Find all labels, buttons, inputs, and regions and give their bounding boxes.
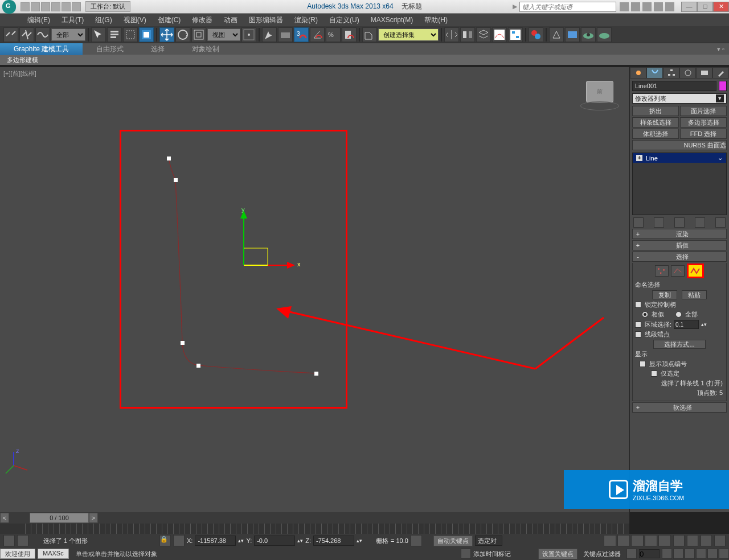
btn-extrude[interactable]: 挤出: [632, 106, 679, 116]
maximize-viewport-icon[interactable]: [719, 549, 729, 559]
welcome-box[interactable]: 欢迎使用: [0, 549, 35, 559]
open-icon[interactable]: [31, 2, 40, 11]
close-button[interactable]: ✕: [713, 2, 729, 12]
time-slider-handle[interactable]: 0 / 100: [30, 513, 89, 523]
menu-edit[interactable]: 编辑(E): [22, 14, 56, 26]
key-filters-button[interactable]: 关键点过滤器: [580, 549, 624, 559]
next-frame-icon[interactable]: [645, 535, 657, 546]
selection-filter[interactable]: 全部: [51, 28, 85, 41]
show-end-result-icon[interactable]: [654, 217, 664, 228]
menu-maxscript[interactable]: MAXScript(M): [365, 15, 419, 25]
setkey-button[interactable]: 设置关键点: [538, 549, 578, 559]
favorites-icon[interactable]: [654, 2, 663, 11]
remove-modifier-icon[interactable]: [695, 217, 705, 228]
modifier-list-dropdown[interactable]: 修改器列表▾: [632, 93, 727, 104]
selection-region-icon[interactable]: [123, 27, 138, 42]
btn-nurbs-select[interactable]: NURBS 曲面选: [632, 140, 727, 150]
make-unique-icon[interactable]: [674, 217, 685, 228]
tab-motion[interactable]: [679, 67, 696, 79]
coord-y-field[interactable]: [254, 536, 295, 546]
spline-vertex[interactable]: [196, 364, 200, 368]
so-segment-icon[interactable]: [671, 265, 685, 277]
absolute-relative-icon[interactable]: 🔒: [159, 535, 171, 546]
tab-hierarchy[interactable]: [663, 67, 679, 79]
exchange-icon[interactable]: [642, 2, 652, 11]
btn-poly-select[interactable]: 多边形选择: [680, 117, 727, 127]
rollout-softsel-header[interactable]: +软选择: [632, 402, 727, 413]
named-selection-sets[interactable]: 创建选择集: [378, 28, 439, 41]
area-select-spinner[interactable]: [674, 320, 699, 329]
btn-ffd-select[interactable]: FFD 选择: [680, 129, 727, 139]
material-editor-icon[interactable]: [529, 27, 543, 42]
autokey-button[interactable]: 自动关键点: [433, 536, 473, 546]
rollout-select-header[interactable]: -选择: [632, 252, 727, 262]
unlink-icon[interactable]: [19, 27, 34, 42]
menu-tools[interactable]: 工具(T): [56, 14, 89, 26]
percent-snap-icon[interactable]: %: [326, 27, 341, 42]
grid-settings-icon[interactable]: [411, 535, 422, 546]
snap-toggle-icon[interactable]: 3: [294, 27, 309, 42]
ref-coord-system[interactable]: 视图: [207, 28, 240, 41]
maximize-button[interactable]: □: [697, 2, 713, 12]
viewport-area[interactable]: [+][前][线框] 前 x y z: [0, 67, 629, 512]
rotate-icon[interactable]: [175, 27, 190, 42]
ribbon-tab-graphite[interactable]: Graphite 建模工具: [0, 43, 83, 55]
select-object-icon[interactable]: [91, 27, 106, 42]
maxscript-listener-box[interactable]: MAXSc: [38, 549, 69, 559]
selected-only-checkbox[interactable]: [651, 370, 657, 377]
play-icon[interactable]: [631, 535, 644, 546]
rollout-render-header[interactable]: +渲染: [632, 229, 727, 239]
ribbon-tab-selection[interactable]: 选择: [137, 43, 178, 55]
segment-end-checkbox[interactable]: [635, 331, 641, 337]
selected-sel-set-field[interactable]: [475, 536, 502, 546]
goto-start-icon[interactable]: [604, 535, 616, 546]
curve-editor-icon[interactable]: [492, 27, 507, 42]
menu-graph-editors[interactable]: 图形编辑器: [243, 14, 289, 26]
pan-icon[interactable]: [696, 549, 706, 559]
render-production-icon[interactable]: [581, 27, 596, 42]
project-icon[interactable]: [72, 2, 81, 11]
modifier-stack[interactable]: + Line ⌄: [632, 153, 727, 215]
lock-selection-icon[interactable]: [3, 535, 15, 546]
isolate-icon[interactable]: [17, 535, 28, 546]
so-spline-icon[interactable]: [687, 263, 704, 278]
app-menu-button[interactable]: [2, 0, 16, 14]
viewport-nav-icon[interactable]: [673, 535, 685, 546]
show-vertex-numbers-checkbox[interactable]: [640, 361, 646, 367]
align-icon[interactable]: [460, 27, 475, 42]
layers-icon[interactable]: [476, 27, 491, 42]
time-tag-icon[interactable]: [461, 549, 471, 559]
subscription-icon[interactable]: [631, 2, 640, 11]
menu-animation[interactable]: 动画: [218, 14, 243, 26]
search-icon[interactable]: [620, 2, 629, 11]
spline-vertex[interactable]: [174, 178, 178, 182]
viewport-nav-icon[interactable]: [701, 535, 712, 546]
select-by-button[interactable]: 选择方式...: [653, 340, 705, 349]
ribbon-collapse-icon[interactable]: ▾ ▫: [712, 46, 729, 53]
time-slider[interactable]: < 0 / 100 >: [0, 512, 629, 524]
undo-icon[interactable]: [51, 2, 60, 11]
angle-snap-icon[interactable]: [310, 27, 325, 42]
time-next-button[interactable]: >: [89, 513, 98, 523]
menu-views[interactable]: 视图(V): [118, 14, 152, 26]
keyboard-shortcut-icon[interactable]: [278, 27, 293, 42]
coord-x-field[interactable]: [195, 536, 236, 546]
coord-z-field[interactable]: [313, 536, 354, 546]
tab-create[interactable]: [630, 67, 646, 79]
btn-spline-select[interactable]: 样条线选择: [632, 117, 679, 127]
select-manipulate-icon[interactable]: [262, 27, 277, 42]
goto-end-icon[interactable]: [658, 535, 671, 546]
link-icon[interactable]: [3, 27, 18, 42]
tab-utilities[interactable]: [712, 67, 729, 79]
zoom-extents-icon[interactable]: [685, 549, 695, 559]
btn-face-select[interactable]: 面片选择: [680, 106, 727, 116]
viewport-nav-icon[interactable]: [687, 535, 698, 546]
render-setup-icon[interactable]: [549, 27, 564, 42]
menu-group[interactable]: 组(G): [89, 14, 117, 26]
so-vertex-icon[interactable]: [655, 265, 669, 277]
radio-all[interactable]: [675, 311, 682, 318]
spline-vertex[interactable]: [167, 157, 171, 160]
radio-alike[interactable]: [642, 311, 648, 318]
move-icon[interactable]: [159, 27, 174, 42]
select-by-name-icon[interactable]: [107, 27, 122, 42]
